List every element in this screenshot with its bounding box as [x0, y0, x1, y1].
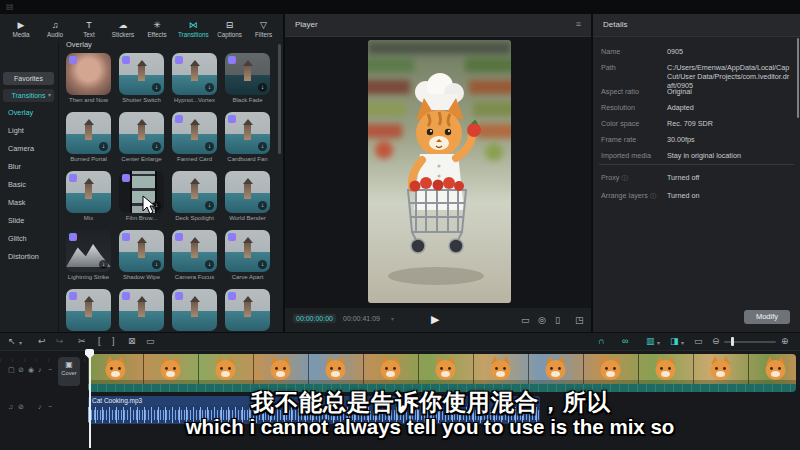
transition-thumbnail[interactable]: ↓	[66, 112, 111, 154]
sidebar-transitions[interactable]: Transitions ▾	[3, 89, 54, 102]
transition-thumbnail[interactable]: ↓	[172, 230, 217, 272]
transition-thumbnail[interactable]	[66, 289, 111, 331]
chevron-down-icon[interactable]: ▾	[681, 339, 684, 346]
select-tool-caret-icon[interactable]: ▾	[19, 339, 22, 346]
toolbar-filters[interactable]: ▽ Filters	[247, 20, 281, 39]
library-scrollbar[interactable]	[278, 44, 281, 154]
transition-thumbnail[interactable]: ↓	[66, 230, 111, 272]
split-icon[interactable]: ✂	[78, 336, 86, 346]
play-button[interactable]: ▶	[431, 313, 439, 326]
mute-track-icon[interactable]: ♪	[38, 403, 42, 410]
audio-track-type-icon[interactable]: ♫	[8, 403, 13, 410]
zoom-in-icon[interactable]: ⊕	[781, 336, 789, 346]
sidebar-item-glitch[interactable]: Glitch	[8, 234, 27, 243]
transition-thumbnail[interactable]	[119, 289, 164, 331]
trim-right-icon[interactable]: ]	[112, 336, 115, 346]
transition-item[interactable]	[119, 289, 164, 332]
hide-track-icon[interactable]: ◉	[28, 366, 34, 374]
details-scrollbar[interactable]	[797, 38, 799, 118]
transition-burned-portal[interactable]: ↓ Burned Portal	[66, 112, 111, 163]
transition-then-and-now[interactable]: Then and Now	[66, 53, 111, 104]
transition-thumbnail[interactable]	[66, 171, 111, 213]
sidebar-item-camera[interactable]: Camera	[8, 144, 34, 153]
sidebar-item-basic[interactable]: Basic	[8, 180, 26, 189]
track-height-icon[interactable]: ◨	[670, 336, 679, 346]
transition-shadow-wipe[interactable]: ↓ Shadow Wipe	[119, 230, 164, 281]
preview-axis-icon[interactable]: ▥	[646, 336, 655, 346]
undo-icon[interactable]: ↩	[38, 336, 46, 346]
transition-fanned-card[interactable]: ↓ Fanned Card	[172, 112, 217, 163]
transition-thumbnail[interactable]	[66, 53, 111, 95]
chevron-down-icon[interactable]: ▾	[657, 339, 660, 346]
transition-item[interactable]	[66, 289, 111, 332]
transition-deck-spotlight[interactable]: ↓ Deck Spotlight	[172, 171, 217, 222]
transition-thumbnail[interactable]: ↓	[119, 53, 164, 95]
transition-thumbnail[interactable]: ↓	[172, 171, 217, 213]
mute-track-icon[interactable]: ♪	[38, 366, 42, 373]
sidebar-item-mask[interactable]: Mask	[8, 198, 25, 207]
sidebar-item-slide[interactable]: Slide	[8, 216, 24, 225]
toolbar-captions[interactable]: ⊟ Captions	[213, 20, 247, 39]
toolbar-stickers[interactable]: ☁ Stickers	[106, 20, 140, 39]
sidebar-item-light[interactable]: Light	[8, 126, 24, 135]
sidebar-item-overlay[interactable]: Overlay	[8, 108, 33, 117]
mirror-icon[interactable]: ▭	[146, 336, 155, 346]
transition-item[interactable]	[225, 289, 270, 332]
mirror-preview-icon[interactable]: ▭	[521, 315, 530, 325]
transition-carve-apart[interactable]: ↓ Carve Apart	[225, 230, 270, 281]
transition-thumbnail[interactable]	[225, 289, 270, 331]
timecode-dropdown-icon[interactable]: ▾	[391, 315, 394, 322]
sidebar-favorites[interactable]: Favorites	[3, 72, 54, 85]
collapse-track-icon[interactable]: −	[48, 366, 52, 373]
transition-thumbnail[interactable]: ↓	[225, 53, 270, 95]
delete-icon[interactable]: ⊠	[128, 336, 136, 346]
toolbar-effects[interactable]: ✳ Effects	[140, 20, 174, 39]
captions-icon: ⊟	[226, 20, 234, 30]
toolbar-text[interactable]: T Text	[72, 20, 106, 39]
transition-thumbnail[interactable]: ↓	[119, 230, 164, 272]
auto-link-icon[interactable]: ∞	[622, 336, 628, 346]
transition-thumbnail[interactable]	[172, 289, 217, 331]
transition-cardboard-fan[interactable]: ↓ Cardboard Fan	[225, 112, 270, 163]
video-preview[interactable]	[368, 40, 511, 303]
transition-thumbnail[interactable]: ↓	[119, 112, 164, 154]
transition-item[interactable]	[172, 289, 217, 332]
transition-hypnot-vortex[interactable]: ↓ Hypnot...Vortex	[172, 53, 217, 104]
sidebar-item-blur[interactable]: Blur	[8, 162, 21, 171]
collapse-track-icon[interactable]: −	[48, 403, 52, 410]
transition-thumbnail[interactable]: ↓	[172, 112, 217, 154]
app-menu-icon[interactable]: ▤	[6, 2, 14, 11]
toolbar-transitions[interactable]: ⋈ Transitions	[174, 20, 213, 39]
ratio-icon[interactable]: ▯	[555, 315, 560, 325]
transition-camera-focus[interactable]: ↓ Camera Focus	[172, 230, 217, 281]
toolbar-media[interactable]: ▶ Media	[4, 20, 38, 39]
cover-button[interactable]: ▣ Cover	[58, 357, 80, 386]
transition-black-fade[interactable]: ↓ Black Fade	[225, 53, 270, 104]
modify-button[interactable]: Modify	[744, 310, 790, 324]
transition-thumbnail[interactable]: ↓	[225, 230, 270, 272]
transition-thumbnail[interactable]: ↓	[225, 171, 270, 213]
timeline-zoom-knob[interactable]	[731, 337, 734, 346]
magnetic-snap-icon[interactable]: ∩	[598, 336, 604, 346]
lock-track-icon[interactable]: ⊘	[18, 366, 24, 374]
fullscreen-icon[interactable]: ◳	[575, 315, 584, 325]
sidebar-item-distortion[interactable]: Distortion	[8, 252, 39, 261]
transition-thumbnail[interactable]: ↓	[225, 112, 270, 154]
snapshot-icon[interactable]: ◎	[538, 315, 546, 325]
timeline-view-icon[interactable]: ▭	[694, 336, 703, 346]
redo-icon[interactable]: ↪	[56, 336, 64, 346]
transition-mix[interactable]: Mix	[66, 171, 111, 222]
transition-lightning-strike[interactable]: ↓ Lightning Strike	[66, 230, 111, 281]
transition-center-enlarge[interactable]: ↓ Center Enlarge	[119, 112, 164, 163]
toolbar-audio[interactable]: ♫ Audio	[38, 20, 72, 39]
transition-thumbnail[interactable]: ↓	[172, 53, 217, 95]
transition-shutter-switch[interactable]: ↓ Shutter Switch	[119, 53, 164, 104]
trim-left-icon[interactable]: [	[98, 336, 101, 346]
transition-world-bender[interactable]: ↓ World Bender	[225, 171, 270, 222]
player-menu-icon[interactable]: ≡	[576, 19, 581, 29]
lock-track-icon[interactable]: ⊘	[18, 403, 24, 411]
select-tool-icon[interactable]: ↖	[8, 336, 16, 346]
video-track-type-icon[interactable]: ▢	[8, 366, 15, 374]
zoom-out-icon[interactable]: ⊖	[712, 336, 720, 346]
current-timecode[interactable]: 00:00:00:00	[293, 314, 336, 323]
